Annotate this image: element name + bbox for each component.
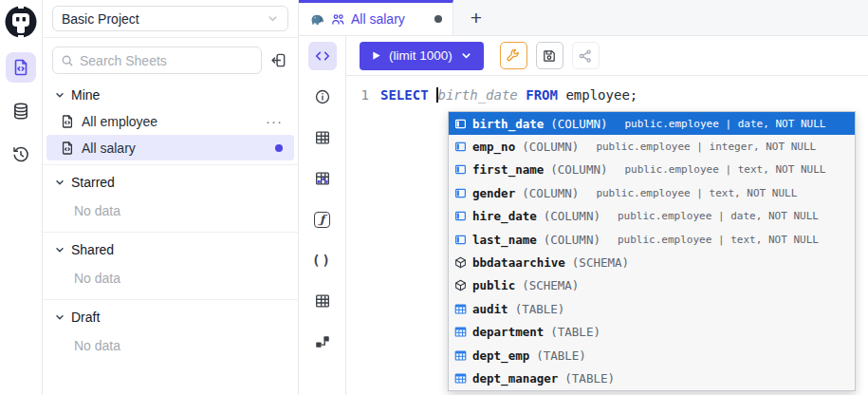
sql-text: employee; bbox=[565, 87, 637, 103]
main-area: All salary + bbox=[299, 0, 868, 395]
strip-schema-diagram-button[interactable] bbox=[308, 328, 337, 356]
section-label: Draft bbox=[71, 310, 100, 325]
shared-people-icon bbox=[331, 12, 345, 27]
search-icon bbox=[61, 54, 74, 67]
section-mine[interactable]: Mine bbox=[43, 82, 298, 107]
editor-column: (limit 1000) bbox=[346, 36, 868, 395]
rail-history-button[interactable] bbox=[6, 140, 36, 170]
section-label: Starred bbox=[71, 175, 115, 190]
section-shared[interactable]: Shared bbox=[43, 236, 298, 262]
empty-state-text: No data bbox=[43, 262, 298, 295]
suggest-item[interactable]: last_name (COLUMN) public.employee | tex… bbox=[449, 228, 855, 251]
table-highlight-icon bbox=[314, 170, 331, 187]
history-icon bbox=[11, 145, 30, 164]
strip-table-list-button[interactable] bbox=[308, 287, 337, 315]
main-body: ƒ () bbox=[299, 36, 868, 395]
section-starred[interactable]: Starred bbox=[43, 169, 298, 195]
add-tab-button[interactable]: + bbox=[462, 4, 490, 32]
suggest-item[interactable]: bbdataarchive (SCHEMA) bbox=[449, 251, 855, 273]
share-button[interactable] bbox=[572, 42, 600, 69]
import-icon bbox=[270, 52, 286, 68]
suggest-item[interactable]: department (TABLE) bbox=[449, 321, 855, 344]
suggest-item[interactable]: emp_no (COLUMN) public.employee | intege… bbox=[449, 135, 855, 158]
schema-cube-icon bbox=[454, 256, 467, 269]
table-icon bbox=[314, 129, 331, 146]
sheet-code-icon bbox=[11, 58, 30, 77]
editor-toolbar: (limit 1000) bbox=[346, 36, 868, 76]
sheet-tree: Mine All employee ··· bbox=[43, 78, 298, 395]
autocomplete-dropdown: birth_date (COLUMN) public.employee | da… bbox=[448, 111, 856, 391]
search-sheets-input[interactable] bbox=[80, 53, 253, 68]
suggest-item[interactable]: first_name (COLUMN) public.employee | te… bbox=[449, 159, 855, 181]
bytebase-logo-icon[interactable] bbox=[4, 5, 38, 39]
sql-editor-app: Basic Project bbox=[0, 0, 868, 395]
column-icon bbox=[454, 141, 467, 153]
suggest-item[interactable]: audit (TABLE) bbox=[449, 297, 855, 320]
chevron-down-icon bbox=[460, 49, 472, 62]
column-icon bbox=[454, 234, 467, 246]
run-query-button[interactable]: (limit 1000) bbox=[360, 42, 484, 70]
strip-table-data-button[interactable] bbox=[308, 164, 337, 193]
tab-label: All salary bbox=[351, 11, 429, 27]
left-rail bbox=[0, 0, 43, 395]
import-sheet-button[interactable] bbox=[268, 50, 288, 70]
postgresql-elephant-icon bbox=[309, 11, 325, 28]
rail-databases-button[interactable] bbox=[6, 96, 36, 126]
suggest-item[interactable]: dept_manager (TABLE) bbox=[449, 367, 855, 389]
sheet-icon bbox=[60, 114, 75, 129]
strip-tables-button[interactable] bbox=[308, 123, 337, 152]
editor-icon-strip: ƒ () bbox=[299, 36, 346, 395]
unsaved-indicator-dot bbox=[434, 15, 442, 23]
strip-parentheses-button[interactable]: () bbox=[308, 246, 337, 274]
more-actions-icon[interactable]: ··· bbox=[266, 117, 283, 126]
strip-code-button[interactable] bbox=[308, 42, 337, 70]
play-icon bbox=[371, 50, 381, 61]
sheet-sidebar: Basic Project bbox=[43, 0, 299, 395]
ghost-suggestion-text: birth_date bbox=[438, 87, 518, 103]
wrench-icon bbox=[506, 48, 521, 64]
empty-state-text: No data bbox=[43, 329, 298, 363]
schema-cube-icon bbox=[454, 279, 467, 292]
strip-info-button[interactable] bbox=[308, 83, 337, 111]
strip-functions-button[interactable]: ƒ bbox=[308, 205, 337, 234]
suggest-item[interactable]: public (SCHEMA) bbox=[449, 274, 855, 297]
suggest-item[interactable]: hire_date (COLUMN) public.employee | dat… bbox=[449, 205, 855, 228]
run-button-label: (limit 1000) bbox=[389, 48, 452, 63]
suggest-item[interactable]: dept_emp (TABLE) bbox=[449, 344, 855, 367]
code-icon bbox=[314, 47, 331, 65]
active-sheet-dot bbox=[275, 144, 283, 152]
suggest-item[interactable]: birth_date (COLUMN) public.employee | da… bbox=[449, 112, 855, 135]
chevron-down-icon bbox=[54, 177, 65, 188]
share-icon bbox=[578, 48, 593, 64]
save-icon bbox=[542, 48, 557, 64]
database-icon bbox=[11, 102, 30, 121]
column-icon bbox=[454, 210, 467, 222]
format-sql-button[interactable] bbox=[500, 42, 527, 69]
sheet-item-label: All employee bbox=[82, 114, 259, 129]
section-draft[interactable]: Draft bbox=[43, 304, 298, 329]
sheet-icon bbox=[60, 141, 75, 156]
suggest-item[interactable]: gender (COLUMN) public.employee | text, … bbox=[449, 181, 855, 204]
search-box bbox=[52, 47, 262, 74]
project-select-value: Basic Project bbox=[62, 11, 267, 27]
column-icon bbox=[454, 163, 467, 176]
chevron-down-icon bbox=[54, 89, 65, 101]
tab-bar: All salary + bbox=[299, 0, 868, 36]
chevron-down-icon bbox=[267, 12, 279, 25]
column-icon bbox=[454, 118, 467, 130]
table-icon bbox=[314, 292, 331, 310]
sql-keyword: FROM bbox=[518, 87, 566, 103]
project-select[interactable]: Basic Project bbox=[52, 6, 288, 31]
save-sheet-button[interactable] bbox=[536, 42, 563, 69]
sheet-item-all-employee[interactable]: All employee ··· bbox=[46, 108, 294, 134]
project-select-row: Basic Project bbox=[43, 0, 298, 38]
function-icon: ƒ bbox=[314, 212, 330, 228]
table-icon bbox=[454, 326, 467, 338]
rail-sheets-button[interactable] bbox=[6, 52, 36, 83]
sheet-item-all-salary[interactable]: All salary bbox=[46, 135, 294, 160]
sql-keyword: SELECT bbox=[380, 87, 436, 103]
line-number: 1 bbox=[346, 85, 380, 395]
table-icon bbox=[454, 372, 467, 385]
search-row bbox=[43, 38, 298, 78]
tab-all-salary[interactable]: All salary bbox=[299, 0, 453, 35]
